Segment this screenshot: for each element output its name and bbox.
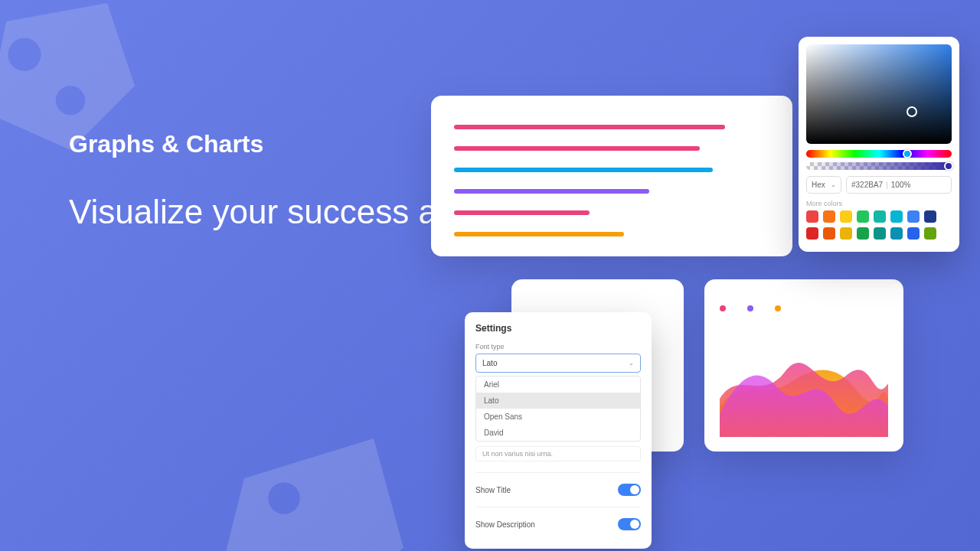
area-legend: [720, 301, 888, 315]
color-picker-panel: Hex ⌄ #322BA7 | 100% More colors: [799, 37, 959, 252]
font-option[interactable]: Ariel: [476, 377, 640, 393]
show-title-toggle[interactable]: [618, 484, 641, 496]
color-swatch[interactable]: [806, 227, 818, 240]
color-swatch[interactable]: [924, 210, 936, 223]
font-option[interactable]: Lato: [476, 393, 640, 409]
color-format-label: Hex: [812, 181, 825, 189]
hex-value-input[interactable]: #322BA7 | 100%: [846, 176, 952, 194]
hue-cursor-icon[interactable]: [903, 149, 912, 158]
color-swatch[interactable]: [857, 227, 869, 240]
hue-slider[interactable]: [806, 150, 952, 158]
settings-title: Settings: [475, 323, 641, 334]
alpha-cursor-icon[interactable]: [944, 161, 953, 171]
color-format-select[interactable]: Hex ⌄: [806, 176, 841, 194]
color-swatch[interactable]: [907, 210, 920, 223]
more-colors-label: More colors: [806, 200, 952, 207]
area-chart-icon: [720, 330, 888, 437]
chart-bar: [454, 189, 649, 194]
divider: [475, 472, 641, 473]
color-swatch[interactable]: [890, 210, 903, 223]
font-select-value: Lato: [482, 359, 497, 367]
chart-bar: [454, 146, 700, 151]
color-swatch[interactable]: [823, 210, 835, 223]
color-swatch[interactable]: [924, 227, 936, 240]
show-description-label: Show Description: [475, 520, 535, 529]
chart-bar: [454, 125, 725, 129]
bar-chart-card: [431, 96, 792, 256]
color-swatch[interactable]: [806, 210, 818, 223]
color-swatch[interactable]: [907, 227, 920, 240]
color-swatch[interactable]: [840, 210, 852, 223]
hex-value: #322BA7: [851, 181, 883, 189]
legend-dot-icon: [720, 305, 726, 311]
gradient-cursor-icon[interactable]: [906, 106, 917, 117]
swatch-row: [806, 210, 952, 223]
chart-bar: [454, 168, 713, 172]
chevron-down-icon: ⌄: [629, 360, 634, 367]
font-dropdown: ArielLatoOpen SansDavid: [475, 376, 641, 442]
color-swatch[interactable]: [890, 227, 903, 240]
font-option[interactable]: David: [476, 425, 640, 441]
swatch-row: [806, 227, 952, 240]
show-description-toggle[interactable]: [618, 518, 641, 530]
color-swatch[interactable]: [857, 210, 869, 223]
area-chart-card: [704, 279, 903, 452]
legend-dot-icon: [775, 305, 781, 311]
divider: [475, 507, 641, 507]
color-gradient-area[interactable]: [806, 44, 952, 144]
settings-panel: Settings Font type Lato ⌄ ArielLatoOpen …: [465, 312, 652, 549]
color-swatch[interactable]: [874, 210, 886, 223]
color-swatch[interactable]: [840, 227, 852, 240]
font-select[interactable]: Lato ⌄: [475, 354, 641, 373]
color-swatch[interactable]: [874, 227, 886, 240]
legend-dot-icon: [747, 305, 753, 311]
description-text: Ut non varius nisi urna.: [475, 446, 641, 461]
show-title-label: Show Title: [475, 486, 511, 494]
chart-bar: [454, 210, 590, 215]
chart-bar: [454, 232, 624, 236]
bg-plugin-icon: [214, 429, 413, 551]
svg-point-1: [56, 86, 85, 115]
font-option[interactable]: Open Sans: [476, 409, 640, 425]
chevron-down-icon: ⌄: [831, 181, 836, 188]
color-swatch[interactable]: [823, 227, 835, 240]
svg-point-2: [268, 482, 300, 514]
alpha-slider[interactable]: [806, 162, 952, 170]
font-type-label: Font type: [475, 343, 641, 350]
svg-point-0: [8, 38, 41, 71]
opacity-value: 100%: [891, 181, 911, 189]
